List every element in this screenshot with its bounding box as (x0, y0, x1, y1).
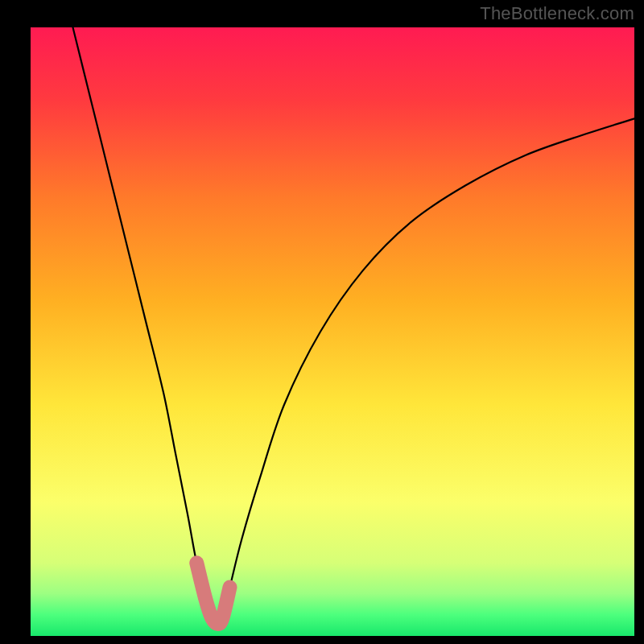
bottleneck-chart (0, 0, 644, 644)
chart-plot-area (31, 27, 634, 636)
watermark-text: TheBottleneck.com (480, 3, 634, 24)
